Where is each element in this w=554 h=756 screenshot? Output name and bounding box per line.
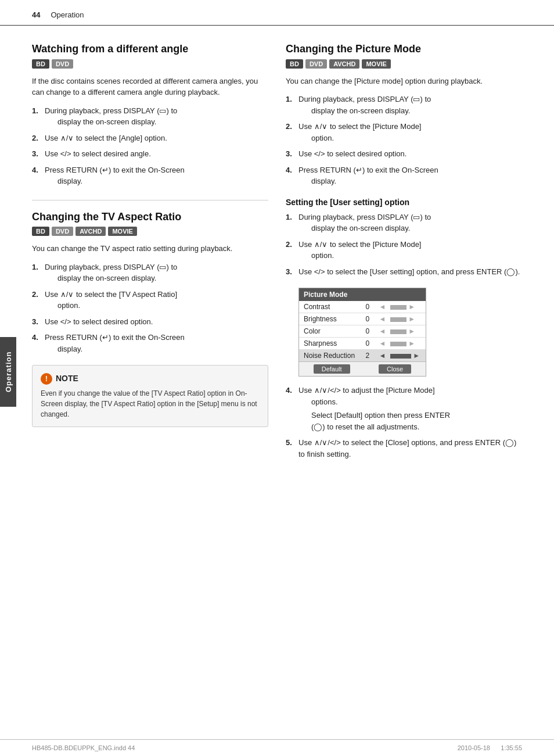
pm-bar-brightness: ◄ ►	[375, 313, 426, 325]
pm-table: Contrast 0 ◄ ► Brightness	[299, 301, 426, 361]
section-tv-aspect: Changing the TV Aspect Ratio BD DVD AVCH…	[32, 211, 268, 428]
pm-value-noise: 2	[361, 350, 374, 362]
pm-default-button[interactable]: Default	[314, 364, 350, 374]
section-picture-mode-steps: 1. During playback, press DISPLAY (▭) to…	[286, 94, 522, 187]
section-picture-mode: Changing the Picture Mode BD DVD AVCHD M…	[286, 43, 522, 187]
pm-buttons: Default Close	[299, 361, 426, 376]
note-label: NOTE	[56, 372, 78, 385]
section-watching-badges: BD DVD	[32, 59, 268, 69]
footer-date: 2010-05-18	[458, 744, 490, 751]
pm-table-header: Picture Mode	[299, 288, 426, 301]
pm-value-sharpness: 0	[361, 338, 374, 350]
pm-row-brightness: Brightness 0 ◄ ►	[299, 313, 426, 325]
pm-row-contrast: Contrast 0 ◄ ►	[299, 301, 426, 313]
step-tv2: 2. Use ∧/∨ to select the [TV Aspect Rati…	[32, 289, 268, 311]
pm-bar-sharpness: ◄ ►	[375, 338, 426, 350]
pm-label-brightness: Brightness	[299, 313, 361, 325]
note-box-tv-aspect: ! NOTE Even if you change the value of t…	[32, 365, 268, 427]
pm-label-color: Color	[299, 325, 361, 338]
section-tv-aspect-badges: BD DVD AVCHD MOVIE	[32, 227, 268, 236]
section-watching-desc: If the disc contains scenes recorded at …	[32, 76, 268, 98]
pm-bar-contrast: ◄ ►	[375, 301, 426, 313]
badge-dvd-pm: DVD	[305, 59, 327, 69]
note-header: ! NOTE	[41, 372, 260, 385]
page-container: Operation 44 Operation Watching from a d…	[0, 0, 554, 756]
step-w3: 3. Use </> to select desired angle.	[32, 148, 268, 160]
section-watching-steps: 1. During playback, press DISPLAY (▭) to…	[32, 105, 268, 187]
pm-row-color: Color 0 ◄ ►	[299, 325, 426, 338]
note-icon: !	[41, 373, 52, 385]
section-tv-aspect-steps: 1. During playback, press DISPLAY (▭) to…	[32, 261, 268, 355]
badge-avchd-pm: AVCHD	[329, 59, 359, 69]
pm-label-sharpness: Sharpness	[299, 338, 361, 350]
footer: HB485-DB.BDEUPPK_ENG.indd 44 2010-05-18 …	[0, 739, 554, 756]
pm-bar-noise: ◄ ►	[375, 350, 426, 362]
step-tv1: 1. During playback, press DISPLAY (▭) to…	[32, 261, 268, 284]
side-tab: Operation	[0, 337, 16, 407]
step-pm4: 4. Press RETURN (↵) to exit the On-Scree…	[286, 164, 522, 187]
section-divider-1	[32, 200, 268, 200]
pm-close-button[interactable]: Close	[379, 364, 411, 374]
section-user-setting-steps2: 4. Use ∧/∨/</> to adjust the [Picture Mo…	[286, 385, 522, 460]
step-w1: 1. During playback, press DISPLAY (▭) to…	[32, 105, 268, 128]
left-column: Watching from a different angle BD DVD I…	[32, 43, 268, 470]
badge-movie-pm: MOVIE	[362, 59, 390, 69]
badge-dvd-2: DVD	[52, 227, 73, 236]
step-us1: 1. During playback, press DISPLAY (▭) to…	[286, 212, 522, 234]
section-user-setting: Setting the [User setting] option 1. Dur…	[286, 198, 522, 460]
step-pm1: 1. During playback, press DISPLAY (▭) to…	[286, 94, 522, 116]
step-us2: 2. Use ∧/∨ to select the [Picture Mode]o…	[286, 239, 522, 261]
section-tv-aspect-desc: You can change the TV aspect ratio setti…	[32, 243, 268, 255]
header-bar: 44 Operation	[0, 0, 554, 26]
page-number: 44	[32, 10, 40, 19]
badge-bd-1: BD	[32, 59, 49, 69]
badge-avchd-2: AVCHD	[75, 227, 106, 236]
pm-bar-color: ◄ ►	[375, 325, 426, 338]
pm-label-contrast: Contrast	[299, 301, 361, 313]
header-title: Operation	[51, 10, 84, 19]
footer-right: 2010-05-18 1:35:55	[458, 744, 522, 751]
section-picture-mode-desc: You can change the [Picture mode] option…	[286, 76, 522, 87]
right-column: Changing the Picture Mode BD DVD AVCHD M…	[286, 43, 522, 470]
step-tv4: 4. Press RETURN (↵) to exit the On-Scree…	[32, 332, 268, 354]
section-watching-title: Watching from a different angle	[32, 43, 268, 56]
step-tv3: 3. Use </> to select desired option.	[32, 316, 268, 328]
pm-row-noise: Noise Reduction 2 ◄ ►	[299, 350, 426, 362]
section-user-setting-steps1: 1. During playback, press DISPLAY (▭) to…	[286, 212, 522, 278]
step-pm2: 2. Use ∧/∨ to select the [Picture Mode]o…	[286, 121, 522, 144]
pm-label-noise: Noise Reduction	[299, 350, 361, 362]
pm-value-contrast: 0	[361, 301, 374, 313]
section-watching: Watching from a different angle BD DVD I…	[32, 43, 268, 187]
step-w2: 2. Use ∧/∨ to select the [Angle] option.	[32, 132, 268, 144]
badge-bd-pm: BD	[286, 59, 303, 69]
note-text: Even if you change the value of the [TV …	[41, 389, 257, 418]
section-tv-aspect-title: Changing the TV Aspect Ratio	[32, 211, 268, 224]
section-picture-mode-badges: BD DVD AVCHD MOVIE	[286, 59, 522, 69]
step-us5: 5. Use ∧/∨/</> to select the [Close] opt…	[286, 437, 522, 460]
picture-mode-table: Picture Mode Contrast 0 ◄ ►	[298, 288, 426, 377]
step-us4: 4. Use ∧/∨/</> to adjust the [Picture Mo…	[286, 385, 522, 432]
content-area: Watching from a different angle BD DVD I…	[0, 26, 554, 470]
sub-section-user-setting-title: Setting the [User setting] option	[286, 198, 522, 207]
footer-time: 1:35:55	[501, 744, 522, 751]
badge-movie-2: MOVIE	[108, 227, 136, 236]
pm-value-color: 0	[361, 325, 374, 338]
step-w4: 4. Press RETURN (↵) to exit the On-Scree…	[32, 164, 268, 187]
pm-value-brightness: 0	[361, 313, 374, 325]
badge-bd-2: BD	[32, 227, 49, 236]
step-us3: 3. Use </> to select the [User setting] …	[286, 266, 522, 278]
footer-left: HB485-DB.BDEUPPK_ENG.indd 44	[32, 744, 135, 751]
pm-row-sharpness: Sharpness 0 ◄ ►	[299, 338, 426, 350]
badge-dvd-1: DVD	[52, 59, 73, 69]
section-picture-mode-title: Changing the Picture Mode	[286, 43, 522, 56]
step-pm3: 3. Use </> to select desired option.	[286, 148, 522, 160]
